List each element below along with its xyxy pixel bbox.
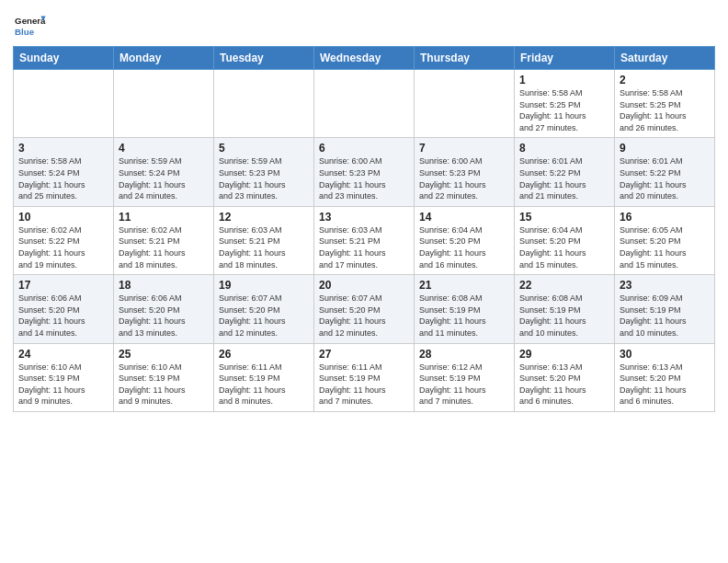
day-number: 12	[219, 211, 309, 224]
calendar-cell: 6Sunrise: 6:00 AM Sunset: 5:23 PM Daylig…	[314, 138, 415, 206]
weekday-header-saturday: Saturday	[615, 47, 715, 70]
day-info: Sunrise: 5:59 AM Sunset: 5:24 PM Dayligh…	[119, 155, 209, 201]
day-info: Sunrise: 6:00 AM Sunset: 5:23 PM Dayligh…	[319, 155, 409, 201]
day-number: 1	[519, 74, 609, 86]
weekday-header-friday: Friday	[515, 47, 615, 70]
weekday-header-row: SundayMondayTuesdayWednesdayThursdayFrid…	[14, 47, 715, 70]
calendar-cell: 10Sunrise: 6:02 AM Sunset: 5:22 PM Dayli…	[14, 206, 114, 274]
calendar-cell: 11Sunrise: 6:02 AM Sunset: 5:21 PM Dayli…	[114, 206, 214, 274]
day-info: Sunrise: 6:01 AM Sunset: 5:22 PM Dayligh…	[519, 155, 609, 201]
calendar-cell: 25Sunrise: 6:10 AM Sunset: 5:19 PM Dayli…	[114, 343, 214, 411]
day-number: 20	[319, 279, 409, 292]
day-info: Sunrise: 6:07 AM Sunset: 5:20 PM Dayligh…	[219, 293, 309, 339]
calendar-cell: 16Sunrise: 6:05 AM Sunset: 5:20 PM Dayli…	[615, 206, 715, 274]
calendar-table: SundayMondayTuesdayWednesdayThursdayFrid…	[13, 46, 715, 412]
day-number: 7	[419, 142, 509, 155]
day-number: 10	[18, 211, 108, 224]
calendar-cell	[415, 70, 515, 138]
calendar-cell: 24Sunrise: 6:10 AM Sunset: 5:19 PM Dayli…	[14, 343, 114, 411]
day-info: Sunrise: 6:03 AM Sunset: 5:21 PM Dayligh…	[319, 224, 409, 270]
day-number: 28	[419, 348, 509, 361]
weekday-header-tuesday: Tuesday	[214, 47, 314, 70]
calendar-cell: 8Sunrise: 6:01 AM Sunset: 5:22 PM Daylig…	[515, 138, 615, 206]
day-info: Sunrise: 6:06 AM Sunset: 5:20 PM Dayligh…	[119, 293, 209, 339]
svg-text:Blue: Blue	[15, 27, 35, 37]
day-info: Sunrise: 6:07 AM Sunset: 5:20 PM Dayligh…	[319, 293, 409, 339]
day-info: Sunrise: 6:01 AM Sunset: 5:22 PM Dayligh…	[620, 155, 710, 201]
calendar-cell: 17Sunrise: 6:06 AM Sunset: 5:20 PM Dayli…	[14, 275, 114, 343]
calendar-cell: 21Sunrise: 6:08 AM Sunset: 5:19 PM Dayli…	[415, 275, 515, 343]
day-number: 14	[419, 211, 509, 224]
day-info: Sunrise: 6:10 AM Sunset: 5:19 PM Dayligh…	[119, 362, 209, 408]
calendar-week-row: 10Sunrise: 6:02 AM Sunset: 5:22 PM Dayli…	[14, 206, 715, 274]
day-info: Sunrise: 6:06 AM Sunset: 5:20 PM Dayligh…	[18, 293, 108, 339]
calendar-cell: 15Sunrise: 6:04 AM Sunset: 5:20 PM Dayli…	[515, 206, 615, 274]
day-number: 17	[18, 279, 108, 292]
day-info: Sunrise: 5:59 AM Sunset: 5:23 PM Dayligh…	[219, 155, 309, 201]
day-number: 22	[519, 279, 609, 292]
calendar-week-row: 24Sunrise: 6:10 AM Sunset: 5:19 PM Dayli…	[14, 343, 715, 411]
day-info: Sunrise: 5:58 AM Sunset: 5:25 PM Dayligh…	[519, 87, 609, 133]
day-info: Sunrise: 5:58 AM Sunset: 5:25 PM Dayligh…	[620, 87, 710, 133]
calendar-cell: 5Sunrise: 5:59 AM Sunset: 5:23 PM Daylig…	[214, 138, 314, 206]
calendar-cell: 2Sunrise: 5:58 AM Sunset: 5:25 PM Daylig…	[615, 70, 715, 138]
weekday-header-sunday: Sunday	[14, 47, 114, 70]
calendar-cell: 19Sunrise: 6:07 AM Sunset: 5:20 PM Dayli…	[214, 275, 314, 343]
day-number: 25	[119, 348, 209, 361]
header: General Blue	[13, 9, 715, 40]
day-info: Sunrise: 6:13 AM Sunset: 5:20 PM Dayligh…	[620, 362, 710, 408]
day-number: 13	[319, 211, 409, 224]
day-number: 30	[620, 348, 710, 361]
calendar-cell: 20Sunrise: 6:07 AM Sunset: 5:20 PM Dayli…	[314, 275, 415, 343]
day-number: 11	[119, 211, 209, 224]
day-number: 6	[319, 142, 409, 155]
weekday-header-thursday: Thursday	[415, 47, 515, 70]
calendar-cell: 4Sunrise: 5:59 AM Sunset: 5:24 PM Daylig…	[114, 138, 214, 206]
day-info: Sunrise: 6:12 AM Sunset: 5:19 PM Dayligh…	[419, 362, 509, 408]
calendar-cell: 27Sunrise: 6:11 AM Sunset: 5:19 PM Dayli…	[314, 343, 415, 411]
day-info: Sunrise: 6:10 AM Sunset: 5:19 PM Dayligh…	[18, 362, 108, 408]
day-info: Sunrise: 6:04 AM Sunset: 5:20 PM Dayligh…	[519, 224, 609, 270]
day-info: Sunrise: 6:02 AM Sunset: 5:22 PM Dayligh…	[18, 224, 108, 270]
calendar-week-row: 17Sunrise: 6:06 AM Sunset: 5:20 PM Dayli…	[14, 275, 715, 343]
day-number: 27	[319, 348, 409, 361]
calendar-cell	[114, 70, 214, 138]
day-info: Sunrise: 6:09 AM Sunset: 5:19 PM Dayligh…	[620, 293, 710, 339]
day-info: Sunrise: 6:08 AM Sunset: 5:19 PM Dayligh…	[419, 293, 509, 339]
day-info: Sunrise: 6:03 AM Sunset: 5:21 PM Dayligh…	[219, 224, 309, 270]
day-info: Sunrise: 5:58 AM Sunset: 5:24 PM Dayligh…	[18, 155, 108, 201]
day-info: Sunrise: 6:00 AM Sunset: 5:23 PM Dayligh…	[419, 155, 509, 201]
day-info: Sunrise: 6:11 AM Sunset: 5:19 PM Dayligh…	[219, 362, 309, 408]
day-info: Sunrise: 6:13 AM Sunset: 5:20 PM Dayligh…	[519, 362, 609, 408]
calendar-cell: 18Sunrise: 6:06 AM Sunset: 5:20 PM Dayli…	[114, 275, 214, 343]
day-number: 9	[620, 142, 710, 155]
calendar-cell: 1Sunrise: 5:58 AM Sunset: 5:25 PM Daylig…	[515, 70, 615, 138]
calendar-cell	[14, 70, 114, 138]
day-info: Sunrise: 6:02 AM Sunset: 5:21 PM Dayligh…	[119, 224, 209, 270]
day-number: 18	[119, 279, 209, 292]
calendar-cell: 3Sunrise: 5:58 AM Sunset: 5:24 PM Daylig…	[14, 138, 114, 206]
day-number: 29	[519, 348, 609, 361]
calendar-cell: 9Sunrise: 6:01 AM Sunset: 5:22 PM Daylig…	[615, 138, 715, 206]
day-number: 23	[620, 279, 710, 292]
day-number: 8	[519, 142, 609, 155]
day-info: Sunrise: 6:08 AM Sunset: 5:19 PM Dayligh…	[519, 293, 609, 339]
day-number: 26	[219, 348, 309, 361]
generalblue-logo-icon: General Blue	[13, 13, 46, 40]
calendar-cell	[314, 70, 415, 138]
calendar-cell	[214, 70, 314, 138]
svg-text:General: General	[15, 16, 46, 26]
logo: General Blue	[13, 13, 46, 40]
calendar-cell: 14Sunrise: 6:04 AM Sunset: 5:20 PM Dayli…	[415, 206, 515, 274]
calendar-week-row: 3Sunrise: 5:58 AM Sunset: 5:24 PM Daylig…	[14, 138, 715, 206]
day-info: Sunrise: 6:11 AM Sunset: 5:19 PM Dayligh…	[319, 362, 409, 408]
calendar-cell: 26Sunrise: 6:11 AM Sunset: 5:19 PM Dayli…	[214, 343, 314, 411]
calendar-cell: 30Sunrise: 6:13 AM Sunset: 5:20 PM Dayli…	[615, 343, 715, 411]
calendar-cell: 22Sunrise: 6:08 AM Sunset: 5:19 PM Dayli…	[515, 275, 615, 343]
calendar-cell: 28Sunrise: 6:12 AM Sunset: 5:19 PM Dayli…	[415, 343, 515, 411]
weekday-header-monday: Monday	[114, 47, 214, 70]
day-number: 16	[620, 211, 710, 224]
day-number: 2	[620, 74, 710, 86]
calendar-cell: 12Sunrise: 6:03 AM Sunset: 5:21 PM Dayli…	[214, 206, 314, 274]
day-info: Sunrise: 6:04 AM Sunset: 5:20 PM Dayligh…	[419, 224, 509, 270]
